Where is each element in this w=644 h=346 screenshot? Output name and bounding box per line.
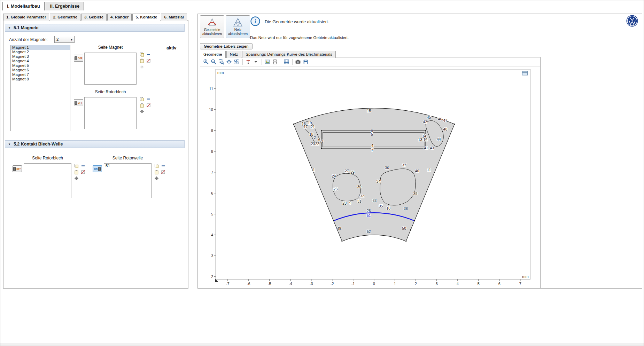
model-tab-6[interactable]: 6. Material: [161, 14, 187, 21]
geometry-entity-label: 1: [313, 168, 315, 172]
seite-rotorblech-toggle[interactable]: OFF: [74, 99, 83, 106]
geometrie-aktualisieren-button[interactable]: Geometrie aktualisieren: [200, 15, 224, 38]
print-icon[interactable]: [271, 58, 278, 65]
window-tab-2[interactable]: II. Ergebnisse: [46, 2, 84, 10]
geometry-vertex-dot: [410, 229, 411, 230]
graphics-tab-3[interactable]: Spannungs-Dehnungs-Kurve des Blechmateri…: [242, 51, 336, 58]
paste-icon[interactable]: [139, 58, 145, 63]
caret-down-icon[interactable]: [252, 58, 259, 65]
grid-table-icon[interactable]: [283, 58, 290, 65]
clear-icon[interactable]: [161, 170, 166, 175]
remove-icon[interactable]: [146, 96, 151, 102]
plot-window-icon[interactable]: [522, 71, 528, 75]
camera-icon[interactable]: [294, 58, 301, 65]
graphics-tab-1[interactable]: Geometrie: [200, 51, 226, 58]
paste-icon[interactable]: [139, 103, 145, 108]
magnet-list-item[interactable]: Magnet 8: [11, 77, 70, 81]
y-tick-label: 4: [211, 233, 213, 237]
geometry-vertex-dot: [405, 241, 406, 242]
copy-icon[interactable]: [139, 96, 145, 102]
geometry-entity-label: 31: [357, 199, 362, 203]
zoom-selection-icon[interactable]: [139, 64, 145, 70]
y-tick-label: 3: [211, 254, 213, 258]
magnet-list-item[interactable]: Magnet 5: [11, 63, 70, 68]
zoom-box-icon[interactable]: [218, 58, 225, 65]
geometry-vertex-dot: [414, 220, 415, 221]
kontakt-rotorblech-toggle[interactable]: OFF: [13, 165, 22, 172]
section-header-magnete[interactable]: 5.1 Magnete: [5, 24, 185, 32]
magnet-count-label: Anzahl der Magnete:: [9, 37, 48, 42]
section-title-kontakt: 5.2 Kontakt Blech-Welle: [14, 142, 63, 147]
zoom-selection-icon[interactable]: [74, 176, 79, 181]
remove-icon[interactable]: [146, 52, 151, 57]
y-tick-label: 7: [211, 170, 213, 174]
view-orientation-icon[interactable]: [245, 58, 251, 65]
graphics-tab-2[interactable]: Netz: [226, 51, 242, 58]
model-tab-3[interactable]: 3. Gebiete: [81, 14, 107, 21]
seite-rotorblech-selection-list[interactable]: [84, 97, 137, 129]
clear-icon[interactable]: [80, 170, 86, 175]
model-tab-2[interactable]: 2. Geometrie: [50, 14, 80, 21]
mesh-update-icon: [233, 17, 243, 28]
geometry-entity-label: 38: [404, 206, 408, 211]
magnet-list-item[interactable]: Magnet 4: [11, 59, 70, 63]
geometry-entity-label: 23: [311, 142, 315, 146]
magnet-list-item[interactable]: Magnet 7: [11, 72, 70, 77]
remove-icon[interactable]: [161, 163, 166, 168]
copy-icon[interactable]: [139, 52, 145, 57]
zoom-in-icon[interactable]: [202, 58, 209, 65]
copy-icon[interactable]: [154, 163, 159, 168]
toggle-state-label: OFF: [78, 57, 83, 60]
zoom-extents-icon[interactable]: [225, 58, 232, 65]
model-tab-bar: 1. Globale Parameter2. Geometrie3. Gebie…: [3, 14, 188, 21]
x-tick-label: -6: [247, 282, 250, 286]
toggle-knob: [98, 167, 101, 171]
clear-icon[interactable]: [146, 103, 151, 108]
save-icon[interactable]: [302, 58, 309, 65]
window-tab-1[interactable]: I. Modellaufbau: [2, 2, 45, 10]
kontakt-rotorwelle-toggle[interactable]: ON: [93, 165, 102, 172]
magnet-list-item[interactable]: Magnet 1: [11, 45, 70, 50]
aktiv-label: aktiv: [166, 46, 177, 50]
selection-list-item[interactable]: 51: [104, 164, 151, 168]
clear-icon[interactable]: [146, 58, 151, 63]
export-image-icon[interactable]: [264, 58, 271, 65]
kontakt-rotorblech-selection-list[interactable]: [24, 163, 71, 198]
geometry-entity-label: 22: [315, 142, 319, 146]
geometry-entity-label: 2: [314, 135, 316, 140]
magnet-list-item[interactable]: Magnet 3: [11, 54, 70, 59]
model-tab-5[interactable]: 5. Kontakte: [132, 14, 160, 21]
seite-magnet-toggle[interactable]: OFF: [74, 55, 83, 62]
geometry-plot[interactable]: -7-6-5-4-3-2-101234567234567891011mmmm15…: [200, 66, 535, 289]
remove-icon[interactable]: [80, 163, 86, 168]
toggle-knob: [75, 56, 77, 60]
status-bar: [0, 343, 644, 346]
magnet-count-select[interactable]: 2: [54, 36, 75, 43]
paste-icon[interactable]: [154, 170, 159, 175]
netz-aktualisieren-button[interactable]: Netz aktualisieren: [226, 15, 250, 38]
geometry-entity-label: 30: [357, 184, 362, 189]
zoom-out-icon[interactable]: [210, 58, 217, 65]
model-tab-4[interactable]: 4. Ränder: [107, 14, 132, 21]
magnet-list-item[interactable]: Magnet 2: [11, 50, 70, 54]
plot-container[interactable]: -7-6-5-4-3-2-101234567234567891011mmmm15…: [200, 66, 540, 290]
zoom-selection-icon[interactable]: [154, 176, 159, 181]
magnet-list-item[interactable]: Magnet 6: [11, 68, 70, 72]
group-title-seite-rotorblech: Seite Rotorblech: [84, 89, 137, 94]
toolbar-separator: [292, 59, 293, 65]
kontakt-rotorwelle-selection-list[interactable]: 51: [104, 163, 152, 198]
fit-view-icon[interactable]: [233, 58, 240, 65]
geometry-entity-label: 21: [311, 125, 315, 129]
copy-icon[interactable]: [74, 163, 79, 168]
zoom-selection-icon[interactable]: [139, 109, 145, 114]
toggle-state-label: ON: [94, 168, 98, 170]
seite-magnet-selection-list[interactable]: [84, 53, 137, 85]
section-header-kontakt[interactable]: 5.2 Kontakt Blech-Welle: [5, 140, 185, 148]
geometry-entity-label: 32: [360, 194, 364, 198]
svg-text:i: i: [255, 18, 256, 25]
paste-icon[interactable]: [74, 170, 79, 175]
geometrie-labels-button[interactable]: Geometrie-Labels zeigen: [200, 43, 253, 49]
y-tick-label: 11: [209, 87, 213, 91]
toolbar-separator: [262, 59, 262, 65]
model-tab-1[interactable]: 1. Globale Parameter: [3, 14, 49, 21]
